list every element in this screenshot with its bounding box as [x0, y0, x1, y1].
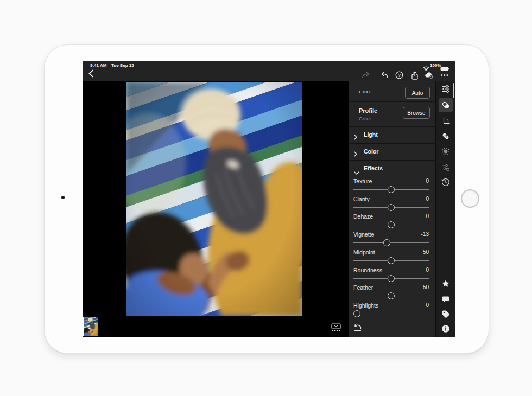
browse-button[interactable]: Browse: [403, 107, 430, 119]
slider-knob[interactable]: [388, 204, 395, 211]
top-bar: 9:41 AM Tue Sep 15 100% ?: [83, 61, 455, 81]
panel-title: EDIT: [359, 90, 372, 94]
edit-panel: EDIT Auto Profile Color Browse Light Col…: [349, 81, 435, 337]
ipad-device: 9:41 AM Tue Sep 15 100% ?: [44, 44, 489, 354]
svg-text:?: ?: [398, 73, 401, 78]
slider-value: -13: [421, 231, 429, 237]
slider-track[interactable]: [353, 189, 429, 190]
profile-value: Color: [359, 116, 371, 122]
slider-row-dehaze[interactable]: Dehaze0: [349, 213, 435, 230]
status-time: 9:41 AM: [90, 63, 106, 68]
slider-knob[interactable]: [388, 275, 395, 282]
divider: [349, 321, 435, 321]
slider-row-feather[interactable]: Feather50: [349, 284, 435, 301]
slider-track[interactable]: [353, 296, 429, 296]
screen: 9:41 AM Tue Sep 15 100% ?: [83, 61, 455, 337]
filmstrip-thumbnail[interactable]: [83, 317, 98, 336]
cloud-sync-icon[interactable]: [425, 71, 434, 80]
slider-value: 0: [426, 196, 429, 202]
tag-icon[interactable]: [439, 307, 453, 321]
slider-row-roundness[interactable]: Roundness0: [349, 267, 435, 284]
section-label: Color: [364, 148, 378, 155]
slider-value: 0: [426, 302, 429, 308]
slider-row-highlights[interactable]: Highlights0: [349, 302, 435, 319]
star-icon[interactable]: [439, 277, 453, 291]
photo[interactable]: [126, 82, 302, 316]
back-button[interactable]: [88, 69, 96, 78]
presets-gear-icon[interactable]: [439, 160, 453, 174]
battery-percent: 100%: [430, 63, 441, 68]
rail-scrollbar[interactable]: [453, 83, 454, 98]
slider-value: 50: [423, 284, 429, 290]
chevron-down-icon: [354, 167, 359, 177]
slider-label: Highlights: [353, 302, 378, 309]
reset-edits-icon[interactable]: [353, 324, 362, 332]
slider-row-clarity[interactable]: Clarity0: [349, 196, 435, 213]
slider-knob[interactable]: [383, 239, 390, 246]
presets-sliders-icon[interactable]: [439, 82, 453, 96]
info-icon[interactable]: [439, 322, 453, 336]
profile-label: Profile: [359, 107, 377, 114]
crop-icon[interactable]: [439, 114, 453, 128]
heal-icon[interactable]: [439, 129, 453, 143]
section-label: Effects: [364, 165, 383, 171]
slider-knob[interactable]: [388, 257, 395, 264]
chevron-right-icon: [354, 149, 357, 159]
slider-label: Dehaze: [353, 213, 373, 220]
slider-knob[interactable]: [388, 186, 395, 193]
slider-row-vignette[interactable]: Vignette-13: [349, 231, 435, 248]
slider-track[interactable]: [353, 242, 429, 243]
slider-knob[interactable]: [388, 221, 395, 228]
slider-knob[interactable]: [353, 310, 360, 317]
section-color[interactable]: Color: [349, 143, 435, 160]
tool-rail: [435, 81, 455, 337]
slider-value: 0: [426, 213, 429, 219]
versions-icon[interactable]: [439, 175, 453, 189]
slider-knob[interactable]: [388, 292, 395, 299]
slider-track[interactable]: [353, 207, 429, 208]
slider-row-texture[interactable]: Texture0: [349, 178, 435, 195]
slider-label: Feather: [353, 284, 373, 291]
slider-value: 0: [426, 267, 429, 273]
slider-label: Clarity: [353, 196, 370, 202]
redo-icon[interactable]: [361, 71, 370, 80]
chevron-right-icon: [354, 132, 357, 142]
slider-track[interactable]: [353, 225, 429, 225]
slider-row-midpoint[interactable]: Midpoint50: [349, 249, 435, 266]
slider-label: Midpoint: [353, 249, 375, 256]
comment-icon[interactable]: [439, 292, 453, 306]
adjust-icon[interactable]: [439, 98, 453, 112]
filmstrip-toggle-icon[interactable]: [331, 323, 341, 331]
slider-label: Vignette: [353, 231, 374, 238]
slider-track[interactable]: [353, 314, 429, 314]
section-light[interactable]: Light: [349, 126, 435, 143]
divider: [349, 101, 435, 102]
section-effects[interactable]: Effects: [349, 160, 435, 177]
undo-icon[interactable]: [380, 71, 389, 80]
status-date: Tue Sep 15: [111, 63, 134, 68]
photo-canvas[interactable]: [83, 81, 349, 337]
slider-label: Roundness: [353, 267, 382, 273]
slider-value: 0: [426, 178, 429, 184]
masking-icon[interactable]: [439, 144, 453, 158]
slider-track[interactable]: [353, 278, 429, 279]
slider-label: Texture: [353, 178, 372, 184]
more-icon[interactable]: [440, 71, 449, 80]
help-icon[interactable]: ?: [395, 71, 404, 80]
front-camera: [61, 196, 65, 199]
slider-value: 50: [423, 249, 429, 255]
slider-track[interactable]: [353, 260, 429, 261]
home-button[interactable]: [461, 189, 479, 208]
share-icon[interactable]: [410, 71, 419, 80]
auto-button[interactable]: Auto: [405, 87, 430, 99]
section-label: Light: [364, 131, 378, 138]
